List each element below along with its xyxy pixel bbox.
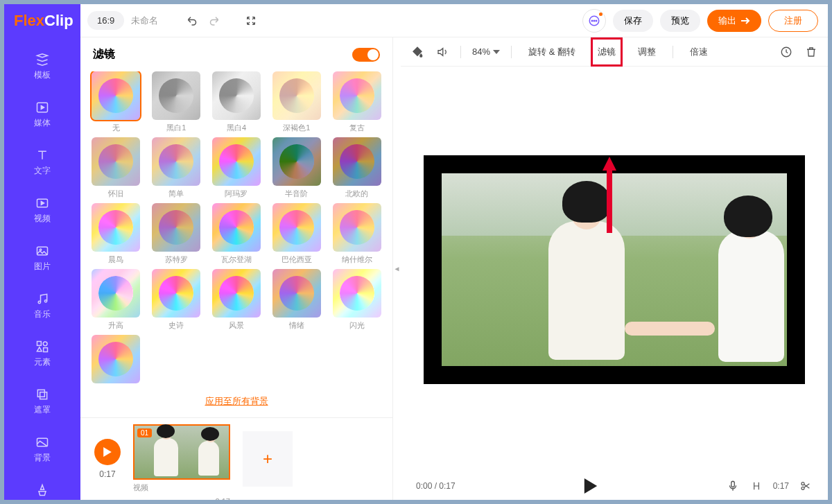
filter-怀旧[interactable]: 怀旧 — [89, 137, 144, 199]
svg-rect-17 — [731, 481, 734, 487]
player-controls: 0:00 / 0:17 0:17 — [401, 472, 828, 500]
aspect-ratio[interactable]: 16:9 — [87, 11, 124, 30]
sidebar-item-watermark[interactable]: 水印 — [4, 473, 80, 500]
filter-闪光[interactable]: 闪光 — [329, 269, 384, 331]
paint-bucket-icon[interactable] — [410, 45, 424, 59]
logo: FlexClip — [4, 4, 80, 37]
svg-point-19 — [801, 487, 804, 489]
timeline-play-button[interactable] — [94, 439, 121, 465]
filter-extra[interactable] — [89, 335, 144, 385]
panel-header: 滤镜 — [80, 37, 392, 71]
preview-area: 84% 旋转 & 翻转 滤镜 调整 倍速 — [401, 37, 828, 500]
apply-all: 应用至所有背景 — [80, 385, 392, 417]
tab-filter[interactable]: 滤镜 — [592, 39, 621, 65]
clip-badge: 01 — [137, 428, 152, 437]
trim-duration: 0:17 — [773, 481, 789, 491]
filter-情绪[interactable]: 情绪 — [269, 269, 324, 331]
svg-point-9 — [44, 300, 46, 302]
undo-icon[interactable] — [186, 14, 200, 28]
filter-黑白1[interactable]: 黑白1 — [149, 71, 204, 133]
svg-point-8 — [38, 301, 40, 303]
collapse-panel-button[interactable]: ◄ — [392, 37, 401, 500]
svg-point-2 — [593, 20, 595, 21]
svg-point-3 — [596, 20, 597, 21]
scissors-icon[interactable] — [799, 479, 813, 493]
clock-icon[interactable] — [779, 45, 793, 59]
sidebar-item-background[interactable]: 背景 — [4, 426, 80, 473]
filter-grid: 无黑白1黑白4深褐色1复古怀旧简单阿玛罗半音阶北欧的晨鸟苏特罗瓦尔登湖巴伦西亚纳… — [80, 71, 392, 385]
svg-rect-10 — [37, 342, 42, 346]
add-clip-button[interactable]: + — [243, 431, 293, 487]
timeline-total: 0:17 — [99, 469, 115, 479]
filter-风景[interactable]: 风景 — [209, 269, 264, 331]
sidebar-item-template[interactable]: 模板 — [4, 43, 80, 91]
svg-point-11 — [43, 342, 47, 346]
filter-巴伦西亚[interactable]: 巴伦西亚 — [269, 203, 324, 265]
preview-button[interactable]: 预览 — [660, 10, 700, 32]
filter-瓦尔登湖[interactable]: 瓦尔登湖 — [209, 203, 264, 265]
filter-toggle[interactable] — [352, 48, 380, 62]
player-time: 0:00 / 0:17 — [416, 481, 456, 491]
sidebar-item-music[interactable]: 音乐 — [4, 282, 80, 330]
filter-简单[interactable]: 简单 — [149, 137, 204, 199]
filter-半音阶[interactable]: 半音阶 — [269, 137, 324, 199]
svg-rect-12 — [44, 348, 48, 352]
export-button[interactable]: 输出 — [707, 10, 761, 32]
sidebar: 模板 媒体 文字 视频 图片 音乐 元素 遮罩 背景 水印 — [4, 37, 80, 500]
sidebar-item-media[interactable]: 媒体 — [4, 91, 80, 139]
app-frame: FlexClip 16:9 未命名 保存 预览 输出 注册 模板 媒体 文字 视… — [4, 4, 828, 500]
svg-rect-14 — [40, 392, 47, 399]
preview-toolbar: 84% 旋转 & 翻转 滤镜 调整 倍速 — [401, 37, 828, 67]
clip-label: 视频 — [133, 483, 230, 493]
filter-无[interactable]: 无 — [89, 71, 144, 133]
body: 模板 媒体 文字 视频 图片 音乐 元素 遮罩 背景 水印 滤镜 无黑白1黑白4… — [4, 37, 828, 500]
play-button[interactable] — [584, 479, 598, 493]
timeline: 0:17 01 视频 0:17 + — [80, 417, 392, 500]
filter-晨鸟[interactable]: 晨鸟 — [89, 203, 144, 265]
sidebar-item-elements[interactable]: 元素 — [4, 330, 80, 378]
save-button[interactable]: 保存 — [613, 10, 653, 32]
fullscreen-icon[interactable] — [244, 14, 258, 28]
delete-icon[interactable] — [804, 45, 818, 59]
apply-all-link[interactable]: 应用至所有背景 — [205, 396, 268, 406]
volume-icon[interactable] — [435, 45, 449, 59]
signup-button[interactable]: 注册 — [768, 10, 818, 32]
filter-黑白4[interactable]: 黑白4 — [209, 71, 264, 133]
preview-canvas — [401, 67, 828, 472]
svg-point-18 — [801, 483, 804, 485]
filter-苏特罗[interactable]: 苏特罗 — [149, 203, 204, 265]
panel-title: 滤镜 — [93, 47, 115, 62]
tab-rotate-flip[interactable]: 旋转 & 翻转 — [523, 39, 581, 65]
clip-time: 0:17 — [216, 497, 230, 500]
topbar: FlexClip 16:9 未命名 保存 预览 输出 注册 — [4, 4, 828, 37]
sidebar-item-text[interactable]: 文字 — [4, 139, 80, 186]
tab-speed[interactable]: 倍速 — [684, 39, 713, 65]
filter-panel: 滤镜 无黑白1黑白4深褐色1复古怀旧简单阿玛罗半音阶北欧的晨鸟苏特罗瓦尔登湖巴伦… — [80, 37, 392, 500]
redo-icon[interactable] — [207, 14, 220, 28]
filter-史诗[interactable]: 史诗 — [149, 269, 204, 331]
filter-纳什维尔[interactable]: 纳什维尔 — [329, 203, 384, 265]
sidebar-item-video[interactable]: 视频 — [4, 186, 80, 234]
filter-阿玛罗[interactable]: 阿玛罗 — [209, 137, 264, 199]
tab-adjust[interactable]: 调整 — [632, 39, 661, 65]
svg-rect-13 — [37, 390, 44, 397]
trim-icon[interactable] — [749, 479, 763, 493]
filter-复古[interactable]: 复古 — [329, 71, 384, 133]
filter-升高[interactable]: 升高 — [89, 269, 144, 331]
filter-北欧的[interactable]: 北欧的 — [329, 137, 384, 199]
timeline-clip[interactable]: 01 — [133, 424, 230, 480]
chat-icon[interactable] — [582, 9, 606, 33]
zoom-dropdown[interactable]: 84% — [472, 46, 500, 57]
svg-point-1 — [591, 20, 593, 21]
filter-深褐色1[interactable]: 深褐色1 — [269, 71, 324, 133]
sidebar-item-image[interactable]: 图片 — [4, 234, 80, 282]
project-name[interactable]: 未命名 — [131, 15, 158, 27]
mic-icon[interactable] — [726, 479, 740, 493]
sidebar-item-mask[interactable]: 遮罩 — [4, 378, 80, 426]
video-preview[interactable] — [424, 155, 805, 384]
